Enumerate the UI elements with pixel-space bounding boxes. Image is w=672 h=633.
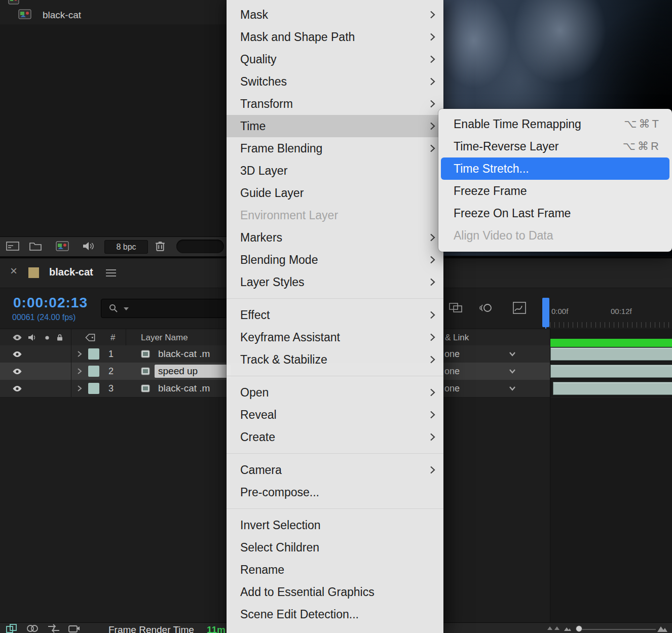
menu-item-mask-and-shape-path[interactable]: Mask and Shape Path [227,26,443,48]
close-icon[interactable]: × [10,265,17,277]
menu-item-guide-layer[interactable]: Guide Layer [227,182,443,204]
audio-icon[interactable] [82,242,94,251]
menu-item-label: Reveal [240,408,430,422]
menu-item-transform[interactable]: Transform [227,93,443,115]
menu-item-mask[interactable]: Mask [227,4,443,26]
menu-item-frame-blending[interactable]: Frame Blending [227,137,443,160]
menu-item-camera[interactable]: Camera [227,459,443,481]
render-time-icon[interactable] [68,624,80,633]
expand-icon[interactable] [554,626,559,630]
search-input[interactable] [101,299,230,318]
chevron-right-icon[interactable] [77,385,82,392]
current-timecode[interactable]: 0:00:02:13 [13,295,88,311]
parent-link-value[interactable]: one [444,383,460,394]
menu-item-reveal[interactable]: Reveal [227,404,443,426]
label-column-icon[interactable] [85,334,95,341]
zoom-in-mountain-icon[interactable] [657,623,668,633]
video-eye-icon[interactable] [12,334,22,341]
graph-editor-icon[interactable] [513,302,526,314]
layer-bars-area [550,329,672,623]
timeline-tab-title[interactable]: black-cat [49,266,93,278]
menu-item-pre-compose[interactable]: Pre-compose... [227,481,443,503]
parent-link-column-header[interactable]: & Link [445,333,469,343]
parent-link-value[interactable]: one [444,349,460,360]
project-item-partial[interactable] [8,0,19,7]
zoom-out-mountain-icon[interactable] [564,625,572,632]
current-time-indicator[interactable] [542,298,549,327]
new-folder-icon[interactable] [29,242,42,251]
submenu-item-label: Time Stretch... [454,162,661,176]
submenu-arrow-icon [430,410,435,419]
submenu-item-align-video-to-data: Align Video to Data [438,224,672,247]
layer-name-column-header[interactable]: Layer Name [141,333,188,343]
chevron-down-icon[interactable] [506,385,519,393]
delete-icon[interactable] [155,240,165,252]
menu-item-create[interactable]: Create [227,426,443,448]
submenu-item-freeze-on-last-frame[interactable]: Freeze On Last Frame [438,202,672,224]
motion-blur-icon[interactable] [479,302,493,314]
layer-name[interactable]: black-cat .m [158,383,210,394]
bit-depth-button[interactable]: 8 bpc [104,240,148,254]
project-item-black-cat[interactable]: black-cat [0,7,227,23]
lock-column-icon[interactable] [57,334,63,341]
menu-item-blending-mode[interactable]: Blending Mode [227,249,443,271]
submenu-arrow-icon [430,122,435,131]
menu-item-open[interactable]: Open [227,381,443,404]
chevron-right-icon[interactable] [77,368,82,375]
submenu-item-enable-time-remapping[interactable]: Enable Time Remapping ⌥⌘T [438,113,672,135]
audio-column-icon[interactable] [28,334,36,341]
submenu-item-time-reverse-layer[interactable]: Time-Reverse Layer ⌥⌘R [438,135,672,157]
eye-icon[interactable] [12,385,22,392]
menu-item-effect[interactable]: Effect [227,304,443,326]
project-panel-footer: 8 bpc [0,236,227,256]
submenu-item-freeze-frame[interactable]: Freeze Frame [438,180,672,202]
menu-item-switches[interactable]: Switches [227,70,443,93]
panel-menu-icon[interactable] [105,269,117,277]
chevron-down-icon[interactable] [506,350,519,359]
menu-item-quality[interactable]: Quality [227,48,443,70]
frame-blending-icon[interactable] [449,302,463,314]
menu-item-markers[interactable]: Markers [227,226,443,249]
menu-item-environment-layer: Environment Layer [227,204,443,226]
chevron-right-icon[interactable] [77,350,82,358]
submenu-arrow-icon [430,432,435,442]
layer-name-input[interactable]: speed up [155,365,231,378]
menu-item-label: Track & Stabilize [240,353,430,367]
menu-item-rename[interactable]: Rename [227,559,443,581]
solo-column-icon[interactable] [45,335,50,340]
menu-item-scene-edit-detection[interactable]: Scene Edit Detection... [227,603,443,625]
submenu-item-time-stretch[interactable]: Time Stretch... [441,157,669,180]
menu-item-select-children[interactable]: Select Children [227,536,443,559]
submenu-arrow-icon [430,310,435,320]
transfer-controls-icon[interactable] [26,624,39,633]
menu-item-3d-layer[interactable]: 3D Layer [227,160,443,182]
layer-duration-bar[interactable] [553,382,672,395]
layer-switches-icon[interactable] [6,624,18,633]
expand-icon[interactable] [547,626,552,630]
menu-item-keyframe-assistant[interactable]: Keyframe Assistant [227,326,443,348]
menu-item-track-stabilize[interactable]: Track & Stabilize [227,348,443,371]
zoom-slider-knob[interactable] [576,625,582,632]
zoom-slider-track[interactable] [576,629,656,630]
parent-link-value[interactable]: one [444,366,460,377]
menu-item-layer-styles[interactable]: Layer Styles [227,271,443,293]
chevron-down-icon[interactable] [506,368,519,376]
interpret-footage-icon[interactable] [6,242,19,251]
layer-color-swatch[interactable] [88,383,99,394]
eye-icon[interactable] [12,351,22,358]
project-item-label: black-cat [43,10,81,21]
layer-color-swatch[interactable] [88,366,99,377]
menu-item-invert-selection[interactable]: Invert Selection [227,514,443,536]
layer-number: 1 [108,349,114,360]
in-out-duration-icon[interactable] [48,624,60,633]
layer-duration-bar[interactable] [550,347,672,361]
new-composition-icon[interactable] [56,241,69,251]
menu-item-add-to-essential-graphics[interactable]: Add to Essential Graphics [227,581,443,603]
eye-icon[interactable] [12,368,22,375]
layer-name[interactable]: black-cat .m [158,348,210,360]
number-column-header[interactable]: # [110,333,115,343]
layer-color-swatch[interactable] [88,348,99,360]
layer-duration-bar[interactable] [550,365,672,378]
footage-icon [18,9,31,19]
menu-item-time[interactable]: Time [227,115,443,137]
